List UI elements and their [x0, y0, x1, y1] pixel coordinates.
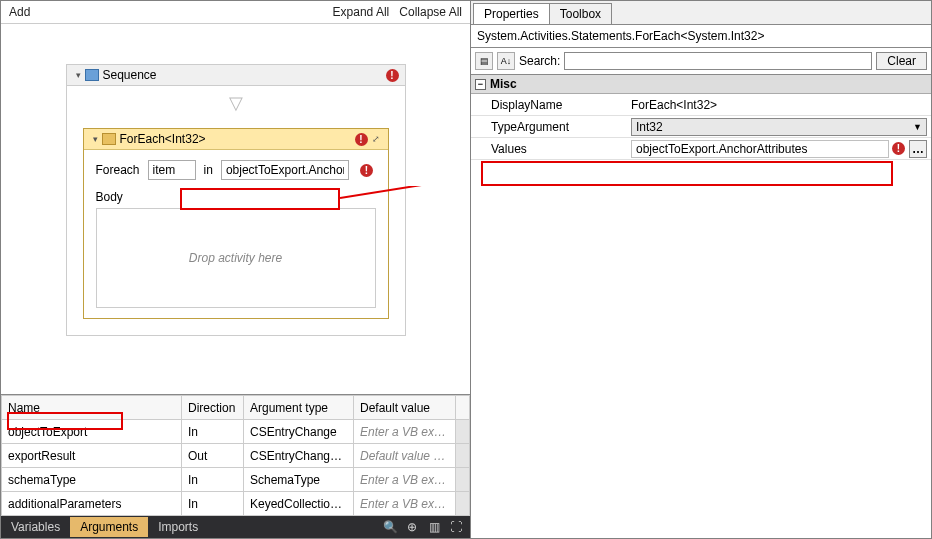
- tab-arguments[interactable]: Arguments: [70, 517, 148, 537]
- prop-value[interactable]: ForEach<Int32>: [631, 98, 717, 112]
- cell[interactable]: In: [182, 492, 244, 516]
- cell[interactable]: Enter a VB express: [354, 492, 456, 516]
- foreach-icon: [102, 133, 116, 145]
- expand-all-link[interactable]: Expand All: [333, 5, 390, 19]
- in-label: in: [204, 163, 213, 177]
- overview-icon[interactable]: ▥: [426, 519, 442, 535]
- cell[interactable]: additionalParameters: [2, 492, 182, 516]
- col-name[interactable]: Name: [2, 396, 182, 420]
- col-direction[interactable]: Direction: [182, 396, 244, 420]
- cell[interactable]: CSEntryChangeRes: [244, 444, 354, 468]
- foreach-title: ForEach<Int32>: [120, 132, 352, 146]
- zoom-icon[interactable]: ⊕: [404, 519, 420, 535]
- collapse-all-link[interactable]: Collapse All: [399, 5, 462, 19]
- tab-imports[interactable]: Imports: [148, 517, 208, 537]
- cell[interactable]: Enter a VB express: [354, 468, 456, 492]
- prop-displayname[interactable]: DisplayName ForEach<Int32>: [471, 94, 931, 116]
- cell[interactable]: KeyedCollection<S: [244, 492, 354, 516]
- body-drop-zone[interactable]: Drop activity here: [96, 208, 376, 308]
- misc-category-label: Misc: [490, 77, 517, 91]
- sequence-icon: [85, 69, 99, 81]
- values-editor[interactable]: objectToExport.AnchorAttributes: [631, 140, 889, 158]
- argument-row[interactable]: exportResultOutCSEntryChangeResDefault v…: [2, 444, 470, 468]
- designer-canvas[interactable]: ▾ Sequence ! ▽ ▾ ForEach<Int32> ! ⤢: [1, 24, 470, 394]
- in-expression-input[interactable]: [221, 160, 349, 180]
- col-type[interactable]: Argument type: [244, 396, 354, 420]
- categorize-button[interactable]: ▤: [475, 52, 493, 70]
- fit-icon[interactable]: ⛶: [448, 519, 464, 535]
- item-variable-input[interactable]: [148, 160, 196, 180]
- error-icon: !: [892, 142, 905, 155]
- col-default[interactable]: Default value: [354, 396, 456, 420]
- scrollbar[interactable]: [456, 396, 470, 420]
- add-link[interactable]: Add: [9, 5, 30, 19]
- cell[interactable]: schemaType: [2, 468, 182, 492]
- error-icon: !: [360, 164, 373, 177]
- prop-typeargument[interactable]: TypeArgument Int32 ▼: [471, 116, 931, 138]
- cell[interactable]: Out: [182, 444, 244, 468]
- collapse-icon[interactable]: ▾: [90, 133, 102, 145]
- collapse-icon[interactable]: −: [475, 79, 486, 90]
- cell[interactable]: In: [182, 420, 244, 444]
- prop-name-label: Values: [471, 142, 627, 156]
- prop-name-label: DisplayName: [471, 98, 627, 112]
- scrollbar[interactable]: [456, 468, 470, 492]
- cell[interactable]: Enter a VB express: [354, 420, 456, 444]
- cell[interactable]: objectToExport: [2, 420, 182, 444]
- expand-icon[interactable]: ⤢: [370, 133, 382, 145]
- ellipsis-button[interactable]: …: [909, 140, 927, 158]
- cell[interactable]: SchemaType: [244, 468, 354, 492]
- foreach-label: Foreach: [96, 163, 140, 177]
- tab-properties[interactable]: Properties: [473, 3, 550, 24]
- drop-hint: Drop activity here: [189, 251, 282, 265]
- scope-label: System.Activities.Statements.ForEach<Sys…: [471, 25, 931, 48]
- tab-toolbox[interactable]: Toolbox: [549, 3, 612, 24]
- drop-arrow-icon: ▽: [67, 86, 405, 120]
- error-icon: !: [386, 69, 399, 82]
- sequence-activity[interactable]: ▾ Sequence ! ▽ ▾ ForEach<Int32> ! ⤢: [66, 64, 406, 336]
- cell[interactable]: CSEntryChange: [244, 420, 354, 444]
- tab-variables[interactable]: Variables: [1, 517, 70, 537]
- collapse-icon[interactable]: ▾: [73, 69, 85, 81]
- prop-values[interactable]: Values objectToExport.AnchorAttributes !…: [471, 138, 931, 160]
- search-icon[interactable]: 🔍: [382, 519, 398, 535]
- prop-name-label: TypeArgument: [471, 120, 627, 134]
- scrollbar[interactable]: [456, 492, 470, 516]
- foreach-activity[interactable]: ▾ ForEach<Int32> ! ⤢ Foreach in: [83, 128, 389, 319]
- argument-row[interactable]: objectToExportInCSEntryChangeEnter a VB …: [2, 420, 470, 444]
- search-label: Search:: [519, 54, 560, 68]
- body-label: Body: [96, 190, 376, 204]
- type-argument-combo[interactable]: Int32 ▼: [631, 118, 927, 136]
- error-icon: !: [355, 133, 368, 146]
- chevron-down-icon: ▼: [913, 122, 922, 132]
- search-input[interactable]: [564, 52, 872, 70]
- bottom-tabs: Variables Arguments Imports 🔍 ⊕ ▥ ⛶: [1, 516, 470, 538]
- cell[interactable]: exportResult: [2, 444, 182, 468]
- combo-value: Int32: [636, 120, 663, 134]
- clear-button[interactable]: Clear: [876, 52, 927, 70]
- scrollbar[interactable]: [456, 420, 470, 444]
- argument-row[interactable]: additionalParametersInKeyedCollection<SE…: [2, 492, 470, 516]
- argument-row[interactable]: schemaTypeInSchemaTypeEnter a VB express: [2, 468, 470, 492]
- sequence-title: Sequence: [103, 68, 383, 82]
- scrollbar[interactable]: [456, 444, 470, 468]
- cell[interactable]: Default value not su: [354, 444, 456, 468]
- arguments-grid[interactable]: Name Direction Argument type Default val…: [1, 394, 470, 516]
- cell[interactable]: In: [182, 468, 244, 492]
- sort-az-button[interactable]: A↓: [497, 52, 515, 70]
